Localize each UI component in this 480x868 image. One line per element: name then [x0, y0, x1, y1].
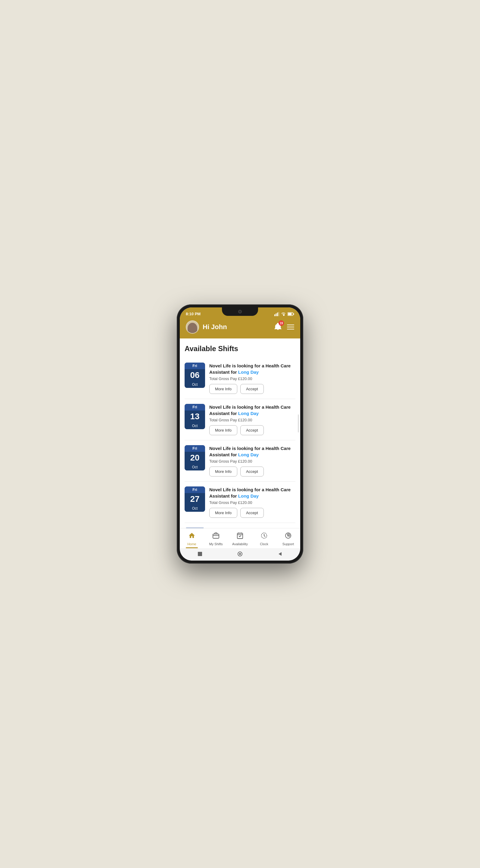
accept-button[interactable]: Accept: [240, 425, 264, 435]
date-number: 20: [184, 452, 205, 464]
shift-info: Novel Life is looking for a Health Care …: [209, 528, 296, 528]
shift-type-accent: Long Day: [238, 411, 259, 416]
android-nav: [180, 548, 300, 561]
support-icon: [284, 532, 292, 541]
shift-title: Novel Life is looking for a Health Care …: [209, 445, 296, 458]
page-title: Available Shifts: [184, 344, 296, 353]
accept-button[interactable]: Accept: [240, 508, 264, 518]
app-header: Hi John 19: [180, 317, 300, 338]
header-left: Hi John: [186, 320, 227, 334]
svg-rect-1: [276, 313, 277, 316]
svg-rect-2: [277, 313, 278, 316]
svg-rect-9: [237, 533, 243, 538]
date-badge: Fri 13 Oct: [184, 404, 205, 429]
shift-title: Novel Life is looking for a Health Care …: [209, 528, 296, 528]
nav-label-home: Home: [187, 542, 196, 546]
shift-type-accent: Long Day: [238, 493, 259, 498]
status-icons: [274, 312, 294, 316]
accept-button[interactable]: Accept: [240, 384, 264, 394]
status-time: 8:10 PM: [186, 312, 201, 316]
signal-icon: [274, 312, 279, 316]
hamburger-line-3: [287, 329, 294, 330]
hamburger-line-2: [287, 327, 294, 327]
shift-title: Novel Life is looking for a Health Care …: [209, 363, 296, 375]
phone-device: 8:10 PM: [177, 304, 303, 564]
shift-actions: More Info Accept: [209, 467, 296, 476]
date-day-name: Fri: [184, 363, 205, 369]
android-square-btn[interactable]: [197, 551, 203, 558]
date-number: 06: [184, 369, 205, 381]
notification-badge: 19: [279, 320, 284, 326]
svg-rect-0: [274, 314, 275, 316]
svg-point-18: [239, 553, 241, 555]
shift-card: Fri 20 Oct Novel Life is looking for a H…: [184, 440, 296, 482]
date-badge: Fri 06 Oct: [184, 363, 205, 388]
shift-pay: Total Gross Pay £120.00: [209, 418, 296, 422]
date-number: 13: [184, 410, 205, 423]
svg-rect-7: [213, 534, 219, 538]
date-day-name: Fri: [184, 487, 205, 493]
shift-info: Novel Life is looking for a Health Care …: [209, 404, 296, 435]
shift-type-accent: Long Day: [238, 370, 259, 375]
svg-point-15: [287, 535, 289, 536]
svg-rect-16: [198, 552, 202, 556]
main-content: Available Shifts Fri 06 Oct Novel Life i…: [180, 338, 300, 528]
home-icon: [188, 532, 196, 541]
hamburger-line-1: [287, 324, 294, 325]
date-badge: Fri 27 Oct: [184, 487, 205, 512]
shift-card: Fri 13 Oct Novel Life is looking for a H…: [184, 399, 296, 440]
wifi-icon: [281, 312, 286, 316]
accept-button[interactable]: Accept: [240, 467, 264, 476]
date-month: Oct: [184, 381, 205, 388]
more-info-button[interactable]: More Info: [209, 508, 237, 518]
shift-title: Novel Life is looking for a Health Care …: [209, 404, 296, 416]
phone-notch: [222, 307, 258, 316]
more-info-button[interactable]: More Info: [209, 467, 237, 476]
header-right: 19: [274, 322, 294, 332]
date-day-name: Fri: [184, 445, 205, 452]
svg-marker-19: [279, 552, 281, 556]
nav-item-myshifts[interactable]: My Shifts: [204, 531, 228, 547]
more-info-button[interactable]: More Info: [209, 425, 237, 435]
android-home-btn[interactable]: [237, 551, 243, 558]
scroll-indicator: [298, 414, 299, 433]
date-day-name: Fri: [184, 404, 205, 410]
avatar-silhouette: [187, 323, 197, 334]
shift-actions: More Info Accept: [209, 384, 296, 394]
date-month: Oct: [184, 464, 205, 470]
avatar: [186, 320, 199, 334]
nav-label-clock: Clock: [260, 542, 268, 546]
nav-item-availability[interactable]: Availability: [228, 531, 252, 547]
nav-item-clock[interactable]: Clock: [252, 531, 276, 547]
date-badge: Fri 20 Oct: [184, 445, 205, 470]
shift-type-accent: Long Day: [238, 452, 259, 457]
nav-label-support: Support: [282, 542, 294, 546]
date-month: Oct: [184, 423, 205, 429]
shift-pay: Total Gross Pay £120.00: [209, 376, 296, 381]
nav-item-support[interactable]: Support: [276, 531, 300, 547]
briefcase-icon: [212, 532, 219, 541]
shift-pay: Total Gross Pay £120.00: [209, 500, 296, 505]
shift-title: Novel Life is looking for a Health Care …: [209, 487, 296, 499]
date-month: Oct: [184, 505, 205, 512]
svg-rect-5: [293, 313, 294, 315]
shift-info: Novel Life is looking for a Health Care …: [209, 445, 296, 476]
date-number: 27: [184, 493, 205, 505]
hamburger-menu[interactable]: [287, 324, 294, 330]
svg-rect-3: [279, 312, 279, 316]
battery-icon: [287, 312, 294, 316]
nav-label-availability: Availability: [232, 542, 248, 546]
shift-card-partial: Fri 03 Nov Novel Life is looking for a H…: [184, 523, 296, 528]
notification-bell[interactable]: 19: [274, 322, 282, 332]
nav-item-home[interactable]: Home: [180, 531, 204, 547]
header-greeting: Hi John: [203, 323, 227, 331]
checkmark-calendar-icon: [236, 532, 244, 541]
shift-actions: More Info Accept: [209, 508, 296, 518]
more-info-button[interactable]: More Info: [209, 384, 237, 394]
date-badge: Fri 03 Nov: [184, 528, 205, 528]
shift-info: Novel Life is looking for a Health Care …: [209, 363, 296, 394]
camera: [238, 310, 242, 313]
bottom-nav: Home My Shifts: [180, 528, 300, 548]
android-back-btn[interactable]: [277, 551, 283, 558]
clock-icon: [261, 532, 268, 541]
